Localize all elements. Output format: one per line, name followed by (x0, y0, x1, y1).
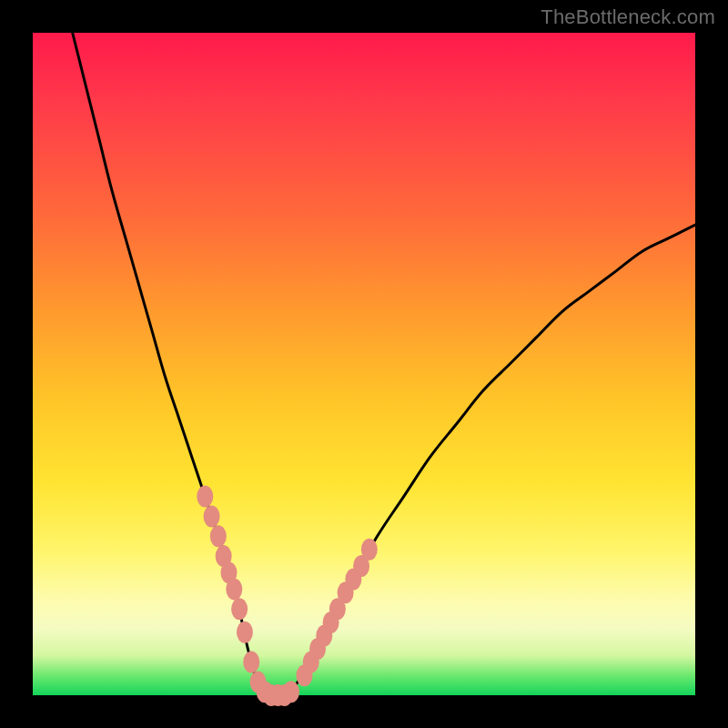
marker-dot (204, 505, 220, 527)
marker-dot (210, 525, 227, 547)
marker-dot (283, 681, 299, 703)
bottleneck-curve (73, 33, 695, 697)
chart-frame: TheBottleneck.com (0, 0, 728, 728)
watermark-text: TheBottleneck.com (541, 5, 715, 29)
marker-dot (243, 652, 259, 673)
marker-dot (361, 539, 378, 561)
marker-dot (197, 486, 213, 508)
plot-area (33, 33, 695, 695)
marker-dot (237, 622, 253, 643)
marker-dot (226, 579, 242, 601)
highlight-markers (197, 486, 378, 706)
marker-dot (231, 598, 248, 620)
curve-svg (33, 33, 695, 695)
